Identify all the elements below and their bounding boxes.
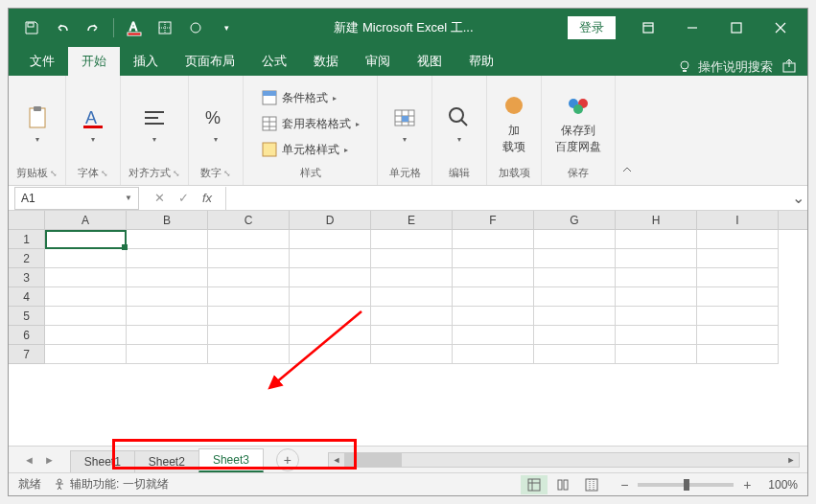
- cell[interactable]: [371, 307, 453, 326]
- formula-bar[interactable]: [225, 187, 788, 210]
- cell[interactable]: [697, 326, 779, 345]
- view-page-break-button[interactable]: [578, 475, 605, 494]
- cell[interactable]: [290, 345, 371, 364]
- number-button[interactable]: % ▾: [197, 101, 235, 148]
- qat-more-icon[interactable]: ▾: [213, 14, 240, 41]
- tab-insert[interactable]: 插入: [120, 47, 172, 76]
- cell[interactable]: [208, 230, 290, 249]
- cell[interactable]: [290, 268, 371, 287]
- tab-view[interactable]: 视图: [404, 47, 455, 76]
- column-header[interactable]: I: [697, 211, 779, 229]
- expand-formula-bar-icon[interactable]: ⌄: [788, 189, 807, 207]
- sheet-nav-prev-icon[interactable]: ◄: [24, 454, 35, 466]
- cell[interactable]: [697, 230, 779, 249]
- cell[interactable]: [453, 345, 534, 364]
- tab-help[interactable]: 帮助: [455, 47, 507, 76]
- tab-formulas[interactable]: 公式: [248, 47, 300, 76]
- cell[interactable]: [45, 268, 127, 287]
- row-header[interactable]: 5: [9, 307, 45, 326]
- new-sheet-button[interactable]: +: [276, 448, 299, 471]
- tab-home[interactable]: 开始: [68, 47, 120, 76]
- cell[interactable]: [453, 287, 534, 307]
- cancel-formula-icon[interactable]: ✕: [154, 191, 165, 205]
- accessibility-status[interactable]: 辅助功能: 一切就绪: [53, 476, 169, 493]
- row-header[interactable]: 2: [9, 249, 45, 268]
- share-icon[interactable]: [781, 58, 798, 76]
- row-header[interactable]: 6: [9, 326, 45, 345]
- clipboard-button[interactable]: ▾: [18, 101, 57, 148]
- font-button[interactable]: A ▾: [74, 101, 112, 148]
- cell[interactable]: [208, 326, 290, 345]
- column-header[interactable]: D: [290, 211, 371, 229]
- cell[interactable]: [616, 326, 697, 345]
- scroll-right-icon[interactable]: ►: [783, 453, 799, 467]
- cell[interactable]: [208, 268, 290, 287]
- ribbon-options-icon[interactable]: [627, 11, 669, 45]
- minimize-icon[interactable]: [671, 11, 713, 45]
- cell[interactable]: [371, 249, 453, 268]
- table-format-button[interactable]: 套用表格格式▸: [258, 114, 363, 134]
- zoom-in-button[interactable]: +: [739, 477, 755, 493]
- cell[interactable]: [616, 345, 697, 364]
- cell[interactable]: [616, 287, 697, 307]
- zoom-percent[interactable]: 100%: [768, 478, 798, 492]
- sheet-nav-next-icon[interactable]: ►: [44, 454, 55, 466]
- horizontal-scrollbar[interactable]: ◄ ►: [328, 452, 800, 468]
- column-header[interactable]: A: [45, 211, 127, 229]
- row-header[interactable]: 3: [9, 268, 45, 287]
- cell[interactable]: [453, 268, 534, 287]
- view-normal-button[interactable]: [521, 475, 548, 494]
- cell[interactable]: [208, 307, 290, 326]
- tab-file[interactable]: 文件: [16, 47, 68, 76]
- alignment-button[interactable]: ▾: [135, 101, 174, 148]
- zoom-out-button[interactable]: −: [617, 477, 632, 493]
- cell[interactable]: [453, 307, 534, 326]
- column-header[interactable]: B: [127, 211, 208, 229]
- cell[interactable]: [127, 287, 208, 307]
- cell[interactable]: [697, 307, 779, 326]
- cell[interactable]: [534, 268, 616, 287]
- accept-formula-icon[interactable]: ✓: [178, 191, 189, 205]
- cell[interactable]: [45, 230, 127, 249]
- scroll-left-icon[interactable]: ◄: [329, 453, 344, 467]
- cell[interactable]: [127, 249, 208, 268]
- scroll-thumb[interactable]: [344, 453, 402, 467]
- zoom-slider[interactable]: [638, 483, 734, 487]
- save-baidu-button[interactable]: 保存到 百度网盘: [549, 88, 607, 159]
- cell[interactable]: [616, 268, 697, 287]
- font-color-icon[interactable]: A: [121, 14, 148, 41]
- cell[interactable]: [371, 345, 453, 364]
- conditional-format-button[interactable]: 条件格式▸: [258, 88, 340, 108]
- login-button[interactable]: 登录: [568, 16, 616, 39]
- close-icon[interactable]: [759, 11, 802, 45]
- cell[interactable]: [453, 230, 534, 249]
- tab-review[interactable]: 审阅: [352, 47, 404, 76]
- tab-layout[interactable]: 页面布局: [172, 47, 248, 76]
- borders-icon[interactable]: [152, 14, 178, 41]
- cell[interactable]: [616, 249, 697, 268]
- cell[interactable]: [534, 230, 616, 249]
- column-header[interactable]: G: [534, 211, 616, 229]
- cell[interactable]: [290, 326, 371, 345]
- cell[interactable]: [371, 287, 453, 307]
- undo-icon[interactable]: [49, 14, 76, 41]
- cell[interactable]: [697, 345, 779, 364]
- cell[interactable]: [127, 230, 208, 249]
- cell[interactable]: [290, 249, 371, 268]
- column-header[interactable]: H: [616, 211, 697, 229]
- cell[interactable]: [534, 307, 616, 326]
- row-header[interactable]: 4: [9, 287, 45, 307]
- cell[interactable]: [290, 307, 371, 326]
- fx-icon[interactable]: fx: [202, 191, 212, 205]
- cell[interactable]: [45, 345, 127, 364]
- cell[interactable]: [45, 249, 127, 268]
- cell[interactable]: [45, 307, 127, 326]
- column-header[interactable]: F: [453, 211, 534, 229]
- cell[interactable]: [697, 268, 779, 287]
- sheet-tab[interactable]: Sheet1: [70, 450, 135, 472]
- cell[interactable]: [45, 326, 127, 345]
- select-all-corner[interactable]: [9, 211, 45, 229]
- sheet-tab[interactable]: Sheet3: [198, 448, 264, 472]
- maximize-icon[interactable]: [715, 11, 758, 45]
- name-box[interactable]: A1 ▼: [14, 187, 139, 210]
